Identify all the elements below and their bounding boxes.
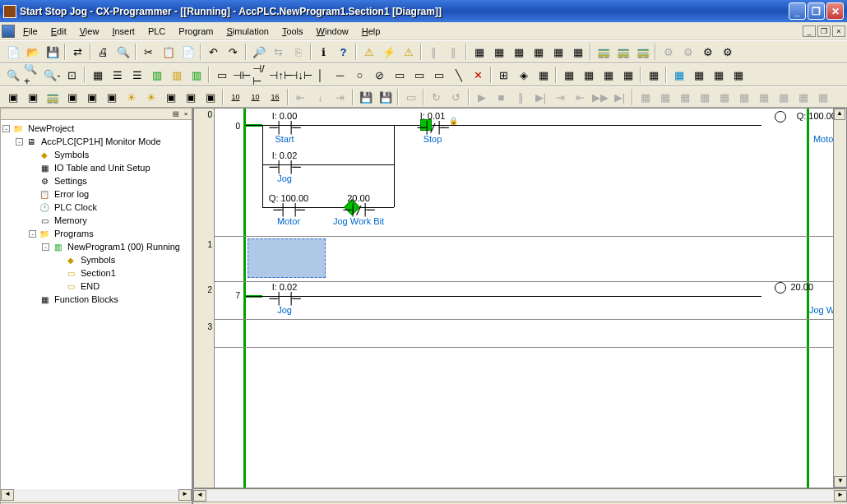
q1[interactable]: 💾 — [356, 88, 375, 106]
tool-d[interactable]: ⚙ — [718, 43, 737, 61]
tree-settings[interactable]: Settings — [53, 176, 89, 186]
ladder2-button[interactable]: ▥ — [167, 66, 186, 84]
menu-program[interactable]: Program — [172, 25, 220, 38]
project-tree[interactable]: -📁NewProject -🖥AccPLC[CP1H] Monitor Mode… — [1, 120, 192, 489]
close-button[interactable]: ✕ — [826, 2, 844, 20]
tree-funcblocks[interactable]: Function Blocks — [53, 294, 120, 304]
i4-button[interactable]: ▦ — [729, 66, 747, 84]
stop-button[interactable]: ■ — [492, 88, 511, 106]
contact-rise-tool[interactable]: ⊣↑⊢ — [271, 66, 290, 84]
delete-tool[interactable]: ✕ — [469, 66, 488, 84]
u5[interactable]: ▦ — [715, 88, 734, 106]
menu-simulation[interactable]: Simulation — [220, 25, 275, 38]
o9[interactable]: ▣ — [161, 88, 180, 106]
play-button[interactable]: ▶ — [472, 88, 491, 106]
ladder1-button[interactable]: ▥ — [147, 66, 166, 84]
s1[interactable]: ↻ — [427, 88, 446, 106]
func2-tool[interactable]: ▭ — [410, 66, 428, 84]
paste-button[interactable] — [178, 43, 197, 61]
end-button[interactable]: ▶| — [610, 88, 629, 106]
g1-button[interactable]: ▦ — [559, 66, 578, 84]
tree-iotable[interactable]: IO Table and Unit Setup — [53, 163, 152, 173]
menu-tools[interactable]: Tools — [275, 25, 310, 38]
tool-b[interactable]: ⚙ — [678, 43, 697, 61]
replace-button[interactable]: ⇆ — [269, 43, 288, 61]
zoom-in[interactable]: 🔍+ — [23, 66, 42, 84]
ladder-diagram[interactable]: 0 1 2 3 0 7 I: 0.00 ─┤ ├─ Start I: 0.01 … — [193, 108, 847, 488]
u10[interactable]: ▦ — [813, 88, 832, 106]
hline-tool[interactable]: ─ — [331, 66, 349, 84]
o4[interactable]: ▣ — [62, 88, 81, 106]
tree-plcclock[interactable]: PLC Clock — [53, 202, 99, 212]
menu-window[interactable]: Window — [310, 25, 355, 38]
mdi-close[interactable]: × — [832, 25, 845, 37]
tree-memory[interactable]: Memory — [53, 215, 89, 225]
minimize-button[interactable]: _ — [789, 2, 806, 20]
tree-errorlog[interactable]: Error log — [53, 189, 90, 199]
tx3-button[interactable]: ▦ — [534, 66, 553, 84]
undo-button[interactable] — [204, 43, 223, 61]
p3[interactable]: ⇥ — [331, 88, 349, 106]
pane-pin[interactable]: ▤ — [172, 110, 180, 118]
i2-button[interactable]: ▦ — [689, 66, 708, 84]
u8[interactable]: ▦ — [774, 88, 793, 106]
view2-button[interactable]: ▦ — [489, 43, 508, 61]
warn3-button[interactable]: ⚠ — [399, 43, 418, 61]
tree-expand[interactable]: - — [2, 125, 10, 132]
u6[interactable]: ▦ — [734, 88, 753, 106]
pause1-button[interactable]: ‖ — [424, 43, 443, 61]
cut-button[interactable] — [139, 43, 158, 61]
coil-not-tool[interactable]: ⊘ — [370, 66, 389, 84]
train2-icon[interactable]: 🚃 — [613, 43, 632, 61]
contact-jog[interactable]: I: 0.02 ─┤ ├─ Jog — [264, 150, 305, 183]
new-button[interactable] — [3, 43, 22, 61]
ladder3-button[interactable]: ▥ — [187, 66, 206, 84]
i1-button[interactable]: ▦ — [669, 66, 688, 84]
tree-end[interactable]: END — [79, 281, 101, 291]
tree-section1[interactable]: Section1 — [79, 268, 118, 278]
tx1-button[interactable]: ⊞ — [494, 66, 513, 84]
hscrollbar[interactable]: ◄► — [193, 488, 847, 502]
o11[interactable]: ▣ — [201, 88, 220, 106]
radix-16[interactable]: 16 — [266, 88, 285, 106]
train1-icon[interactable]: 🚃 — [594, 43, 613, 61]
contact-jog2[interactable]: I: 0.02 ─┤ ├─ Jog — [264, 282, 305, 315]
coil-tool[interactable]: ○ — [350, 66, 369, 84]
find-button[interactable]: 🔎 — [249, 43, 268, 61]
contact-start[interactable]: I: 0.00 ─┤ ├─ Start — [264, 111, 305, 144]
line-tool[interactable]: ╲ — [449, 66, 468, 84]
menu-view[interactable]: View — [73, 25, 106, 38]
t1[interactable]: ⇥ — [551, 88, 570, 106]
redo-button[interactable] — [224, 43, 243, 61]
vscrollbar[interactable]: ▲ ▼ — [833, 109, 846, 488]
u1[interactable]: ▦ — [636, 88, 655, 106]
g4-button[interactable]: ▦ — [618, 66, 637, 84]
g2-button[interactable]: ▦ — [579, 66, 598, 84]
tree-expand[interactable]: - — [16, 138, 23, 146]
step-button[interactable]: ▶| — [531, 88, 550, 106]
p1[interactable]: ⇤ — [291, 88, 310, 106]
goto-button[interactable]: ⎘ — [289, 43, 308, 61]
tx2-button[interactable]: ◈ — [514, 66, 533, 84]
u2[interactable]: ▦ — [655, 88, 674, 106]
menu-insert[interactable]: Insert — [105, 25, 141, 38]
train3-icon[interactable]: 🚃 — [633, 43, 652, 61]
contact-no-tool[interactable]: ⊣⊢ — [232, 66, 251, 84]
pane-close[interactable]: × — [182, 110, 190, 118]
tree-expand[interactable]: - — [29, 230, 36, 238]
i3-button[interactable]: ▦ — [709, 66, 728, 84]
warn2-button[interactable]: ⚡ — [379, 43, 398, 61]
u9[interactable]: ▦ — [794, 88, 812, 106]
contact-motor[interactable]: Q: 100.00 ─┤ ├─ Motor — [264, 193, 313, 226]
radix-10[interactable]: 10 — [226, 88, 245, 106]
copy-button[interactable] — [159, 43, 178, 61]
func-tool[interactable]: ▭ — [390, 66, 409, 84]
contact-stop[interactable]: I: 0.01 ─┤/├─ Stop — [412, 111, 453, 144]
s2[interactable]: ↺ — [447, 88, 465, 106]
view3-button[interactable]: ▦ — [509, 43, 528, 61]
view1-button[interactable]: ▦ — [470, 43, 488, 61]
func3-tool[interactable]: ▭ — [429, 66, 448, 84]
select-tool[interactable]: ▭ — [212, 66, 231, 84]
u4[interactable]: ▦ — [695, 88, 714, 106]
hscroll-left[interactable]: ◄ — [1, 489, 14, 501]
